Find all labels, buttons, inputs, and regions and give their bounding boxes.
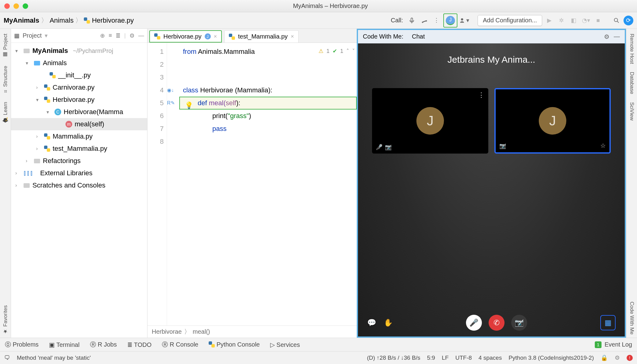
project-view-label[interactable]: Project bbox=[23, 32, 42, 39]
crumb-method[interactable]: meal() bbox=[193, 328, 210, 335]
gear-icon[interactable]: ⚙ bbox=[604, 33, 609, 40]
sync-button[interactable]: ⟳ bbox=[624, 16, 633, 25]
tree-file-init[interactable]: __init__.py bbox=[11, 69, 147, 81]
tab-favorites[interactable]: ★ Favorites bbox=[1, 302, 10, 338]
expand-all-icon[interactable]: ≡ bbox=[109, 32, 112, 39]
override-gutter-icon[interactable]: ◉↓ bbox=[167, 84, 179, 97]
close-window-icon[interactable] bbox=[4, 3, 10, 9]
traffic-lights[interactable] bbox=[4, 3, 28, 9]
tab-services[interactable]: ▷ Services bbox=[270, 341, 300, 348]
crumb-folder[interactable]: Animals bbox=[50, 17, 73, 24]
tab-structure[interactable]: ⌗ Structure bbox=[1, 63, 10, 97]
mic-button[interactable] bbox=[407, 15, 417, 26]
down-icon[interactable]: ˅ bbox=[352, 45, 355, 58]
tab-code-with-me[interactable]: Code With Me bbox=[628, 299, 636, 338]
users-dropdown[interactable]: ▾ bbox=[459, 15, 470, 26]
code-editor[interactable]: 💡 ⚠1 ✔1 ˄ ˅ from Animals.Mammalia class … bbox=[179, 43, 357, 325]
chat-icon[interactable]: 💬 bbox=[367, 318, 376, 327]
tile-more-icon[interactable]: ⋮ bbox=[478, 91, 485, 99]
project-tree[interactable]: ▾MyAnimals~/PycharmProj ▾Animals __init_… bbox=[11, 43, 147, 338]
video-tile-self[interactable]: J 📷̸ ☆ bbox=[494, 88, 611, 154]
tab-sciview[interactable]: SciView bbox=[628, 99, 636, 124]
participant-avatar[interactable]: J bbox=[443, 13, 457, 28]
svg-point-2 bbox=[614, 18, 618, 21]
editor-breadcrumb[interactable]: Herbivorae 〉 meal() bbox=[147, 325, 357, 338]
camera-toggle-button[interactable]: 📷̸ bbox=[511, 315, 527, 331]
camera-off-icon: 📷̸ bbox=[499, 143, 506, 149]
tab-terminal[interactable]: ▣ Terminal bbox=[49, 341, 80, 348]
end-call-button[interactable]: ✆ bbox=[489, 315, 505, 331]
tab-r-jobs[interactable]: Ⓡ R Jobs bbox=[90, 340, 117, 349]
status-network[interactable]: (D) ↑28 B/s / ↓36 B/s bbox=[367, 355, 420, 361]
tab-r-console[interactable]: Ⓡ R Console bbox=[162, 340, 198, 349]
mic-toggle-button[interactable]: 🎤 bbox=[466, 315, 482, 331]
tree-folder-refactorings[interactable]: ›Refactorings bbox=[11, 155, 147, 167]
debug-button[interactable]: ✲ bbox=[556, 15, 567, 26]
tree-method-meal[interactable]: mmeal(self) bbox=[11, 118, 147, 130]
hide-panel-icon[interactable]: — bbox=[614, 33, 620, 40]
up-icon[interactable]: ˄ bbox=[346, 45, 349, 58]
chat-tab[interactable]: Chat bbox=[412, 33, 425, 40]
video-tile[interactable]: ⋮ J 🎤̸ 📷̸ bbox=[372, 88, 488, 154]
status-indent[interactable]: 4 spaces bbox=[479, 355, 502, 361]
tree-file-carnivorae[interactable]: ›Carnivorae.py bbox=[11, 81, 147, 94]
tab-database[interactable]: Database bbox=[628, 69, 636, 97]
close-tab-icon[interactable]: × bbox=[291, 33, 294, 40]
call-more-button[interactable]: ⋮ bbox=[431, 15, 441, 26]
tab-event-log[interactable]: Event Log bbox=[605, 341, 632, 348]
raise-hand-icon[interactable]: ✋ bbox=[384, 318, 393, 327]
call-controls: 💬 ✋ 🎤 ✆ 📷̸ ▦ bbox=[358, 309, 625, 336]
tree-file-test-mammalia[interactable]: ›test_Mammalia.py bbox=[11, 143, 147, 155]
status-interpreter[interactable]: Python 3.8 (CodeInsights2019-2) bbox=[508, 355, 594, 361]
settings-icon[interactable]: ⚙ bbox=[129, 32, 135, 39]
profile-button[interactable]: ◔▾ bbox=[581, 15, 591, 26]
zoom-window-icon[interactable] bbox=[23, 3, 28, 9]
gutter-icons[interactable]: ◉↓ R✎ bbox=[167, 43, 179, 325]
video-tiles: ⋮ J 🎤̸ 📷̸ J 📷̸ ☆ bbox=[358, 76, 625, 309]
tab-project[interactable]: ▦ Project bbox=[1, 31, 10, 61]
tab-test-mammalia[interactable]: test_Mammalia.py × bbox=[224, 30, 299, 43]
run-button[interactable]: ▶ bbox=[544, 15, 554, 26]
tab-remote-host[interactable]: Remote Host bbox=[628, 31, 636, 67]
tab-python-console[interactable]: Python Console bbox=[209, 341, 260, 348]
close-tab-icon[interactable]: × bbox=[214, 33, 217, 40]
hide-icon[interactable]: — bbox=[138, 32, 144, 39]
add-configuration-button[interactable]: Add Configuration... bbox=[478, 15, 542, 26]
ide-settings-icon[interactable]: ⚙ bbox=[615, 354, 620, 361]
tree-external-libraries[interactable]: ›⫿⫿⫿ External Libraries bbox=[11, 167, 147, 179]
tree-file-herbivorae[interactable]: ▾Herbivorae.py bbox=[11, 94, 147, 106]
tab-todo[interactable]: ≣ TODO bbox=[127, 341, 152, 348]
search-everywhere-button[interactable] bbox=[611, 15, 622, 26]
error-indicator-icon[interactable]: ! bbox=[627, 355, 633, 361]
crumb-file[interactable]: Herbivorae.py bbox=[92, 17, 134, 24]
tree-folder-animals[interactable]: ▾Animals bbox=[11, 57, 147, 69]
window-titlebar: MyAnimals – Herbivorae.py bbox=[0, 0, 637, 12]
line-gutter[interactable]: 12345678 bbox=[147, 43, 167, 325]
minimize-window-icon[interactable] bbox=[13, 3, 19, 9]
inspections-widget[interactable]: ⚠1 ✔1 ˄ ˅ bbox=[318, 45, 355, 58]
tree-root[interactable]: ▾MyAnimals~/PycharmProj bbox=[11, 45, 147, 57]
tree-scratches[interactable]: ›Scratches and Consoles bbox=[11, 179, 147, 191]
cwm-tab[interactable]: Code With Me: bbox=[363, 33, 403, 40]
status-encoding[interactable]: UTF-8 bbox=[455, 355, 472, 361]
tree-class-herbivorae[interactable]: ▾CHerbivorae(Mamma bbox=[11, 106, 147, 118]
grid-view-button[interactable]: ▦ bbox=[600, 315, 616, 330]
crumb-class[interactable]: Herbivorae bbox=[152, 328, 182, 335]
tree-file-mammalia[interactable]: ›Mammalia.py bbox=[11, 130, 147, 143]
tab-herbivorae[interactable]: Herbivorae.py J × bbox=[149, 30, 222, 43]
star-icon[interactable]: ☆ bbox=[600, 142, 606, 149]
status-line-sep[interactable]: LF bbox=[442, 355, 449, 361]
rename-gutter-icon[interactable]: R✎ bbox=[167, 97, 179, 110]
tab-problems[interactable]: ⓪ Problems bbox=[5, 340, 39, 349]
breadcrumb[interactable]: MyAnimals 〉 Animals 〉 Herbivorae.py bbox=[4, 16, 134, 25]
crumb-project[interactable]: MyAnimals bbox=[4, 17, 39, 24]
lock-icon[interactable]: 🔒 bbox=[601, 354, 608, 361]
coverage-button[interactable]: ◧ bbox=[568, 15, 579, 26]
stop-button[interactable]: ■ bbox=[593, 15, 603, 26]
locate-icon[interactable]: ⊕ bbox=[100, 32, 105, 39]
hangup-button[interactable] bbox=[419, 15, 429, 26]
python-file-icon bbox=[44, 146, 50, 152]
collapse-all-icon[interactable]: ≣ bbox=[116, 32, 121, 39]
status-caret-pos[interactable]: 5:9 bbox=[427, 355, 435, 361]
tab-learn[interactable]: 🎓 Learn bbox=[1, 99, 10, 126]
